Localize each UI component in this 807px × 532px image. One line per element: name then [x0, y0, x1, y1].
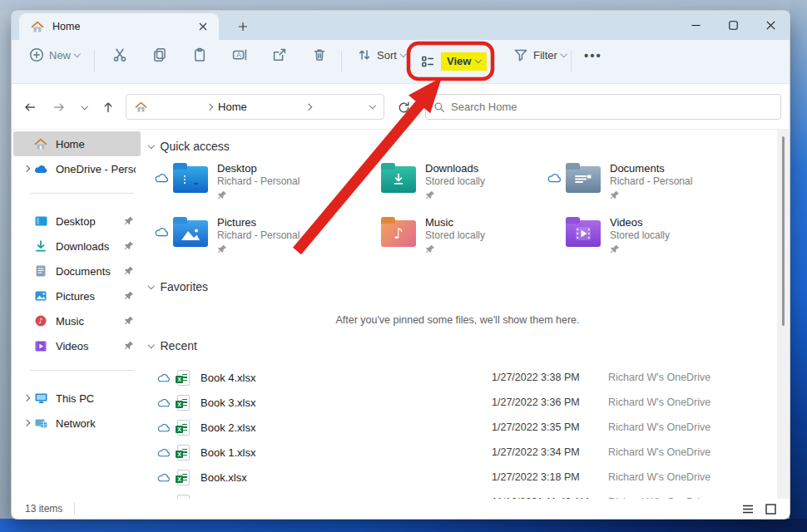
- file-name: Book 3.xlsx: [201, 397, 255, 409]
- forward-button[interactable]: [47, 96, 71, 119]
- section-label: Quick access: [161, 140, 230, 153]
- picture-icon: [33, 291, 48, 301]
- tile-downloads[interactable]: Downloads Stored locally: [362, 161, 557, 200]
- sidebar-item-onedrive[interactable]: OneDrive - Persona: [13, 156, 141, 181]
- search-input[interactable]: [451, 101, 773, 113]
- address-bar[interactable]: Home: [126, 94, 384, 120]
- excel-file-icon: X: [177, 445, 201, 461]
- tile-music[interactable]: ♪ Music Stored locally: [362, 215, 557, 254]
- tile-desktop[interactable]: Desktop Richard - Personal: [154, 161, 349, 200]
- tab-close-button[interactable]: [194, 17, 212, 36]
- file-name: Book 4.xlsx: [201, 372, 255, 384]
- sidebar-item-videos[interactable]: Videos: [13, 333, 141, 358]
- document-icon: [33, 265, 48, 277]
- recent-file-row[interactable]: X Book 3.xlsx 1/27/2022 3:36 PM Richard …: [142, 390, 776, 415]
- collapse-chevron-icon[interactable]: [148, 142, 155, 149]
- sidebar-item-label: Music: [56, 315, 124, 328]
- tile-name: Pictures: [217, 216, 300, 229]
- tab-title: Home: [52, 21, 194, 32]
- chevron-right-icon[interactable]: [305, 104, 312, 111]
- address-dropdown-chevron-icon[interactable]: [369, 102, 376, 109]
- pin-icon: [124, 241, 136, 251]
- excel-file-icon: X: [177, 395, 201, 411]
- new-tab-button[interactable]: [233, 17, 253, 36]
- vertical-scrollbar[interactable]: [777, 130, 790, 499]
- videos-folder-icon: [566, 220, 601, 247]
- recent-file-row[interactable]: X Book 1.xlsx 1/27/2022 3:34 PM Richard …: [142, 440, 776, 465]
- cut-button[interactable]: [105, 40, 135, 70]
- computer-icon: [33, 393, 48, 404]
- favorites-section-header[interactable]: Favorites: [149, 280, 208, 293]
- recent-file-row[interactable]: X Book 2.xlsx 1/27/2022 3:35 PM Richard …: [142, 415, 776, 440]
- filter-icon: [512, 47, 529, 63]
- minimize-button[interactable]: [677, 11, 715, 40]
- sidebar-item-documents[interactable]: Documents: [13, 259, 141, 283]
- pin-icon: [425, 190, 485, 200]
- large-icons-view-icon: [765, 504, 776, 515]
- copy-icon: [151, 47, 168, 63]
- onedrive-cloud-icon: [33, 164, 48, 174]
- rename-button[interactable]: A: [225, 40, 255, 70]
- expand-chevron-icon[interactable]: [20, 166, 33, 171]
- sort-label: Sort: [377, 49, 397, 62]
- collapse-chevron-icon[interactable]: [148, 283, 155, 289]
- scrollbar-thumb[interactable]: [782, 136, 785, 326]
- video-icon: [33, 341, 48, 352]
- toolbar-divider: [341, 51, 342, 72]
- large-icons-view-button[interactable]: [765, 504, 776, 515]
- chevron-right-icon: [205, 104, 212, 111]
- back-button[interactable]: [18, 96, 42, 119]
- share-button[interactable]: [265, 40, 295, 70]
- file-explorer-window: Home New: [11, 10, 790, 520]
- filter-button[interactable]: Filter: [507, 40, 571, 70]
- file-location: Richard W's OneDrive: [608, 397, 710, 408]
- section-label: Favorites: [161, 280, 209, 293]
- expand-chevron-icon[interactable]: [20, 421, 33, 426]
- cut-icon: [111, 47, 128, 63]
- sidebar-item-label: Network: [56, 417, 136, 430]
- paste-button[interactable]: [185, 40, 215, 70]
- sort-button[interactable]: Sort: [351, 40, 410, 70]
- recent-file-row[interactable]: X Book 4.xlsx 1/27/2022 3:38 PM Richard …: [142, 365, 776, 390]
- copy-button[interactable]: [145, 40, 175, 70]
- new-button[interactable]: New: [23, 40, 85, 70]
- sidebar-item-downloads[interactable]: Downloads: [13, 234, 141, 259]
- pin-icon: [610, 190, 692, 200]
- view-button[interactable]: View: [414, 47, 492, 76]
- tile-documents[interactable]: Documents Richard - Personal: [547, 161, 742, 200]
- more-options-button[interactable]: •••: [578, 40, 608, 70]
- recent-locations-button[interactable]: [73, 96, 97, 119]
- expand-chevron-icon[interactable]: [20, 396, 33, 401]
- maximize-button[interactable]: [715, 11, 752, 40]
- toolbar-divider: [94, 51, 95, 72]
- sidebar-item-music[interactable]: ♪ Music: [13, 308, 141, 333]
- tile-videos[interactable]: Videos Stored locally: [547, 215, 742, 254]
- view-icon: [419, 53, 436, 70]
- sidebar-item-desktop[interactable]: Desktop: [13, 209, 141, 234]
- desktop-wallpaper-right: [790, 0, 807, 532]
- tile-subtitle: Stored locally: [425, 229, 485, 242]
- details-view-button[interactable]: [742, 505, 754, 514]
- filter-label: Filter: [533, 49, 557, 62]
- sidebar-item-home[interactable]: Home: [13, 131, 141, 156]
- tile-pictures[interactable]: Pictures Richard - Personal: [154, 215, 349, 254]
- delete-button[interactable]: [304, 40, 334, 70]
- tile-name: Videos: [610, 216, 670, 229]
- up-button[interactable]: [97, 96, 120, 119]
- sidebar-item-pictures[interactable]: Pictures: [13, 283, 141, 308]
- collapse-chevron-icon[interactable]: [148, 342, 155, 348]
- recent-file-row[interactable]: W Banking 11/16/2021 11:49 AM Richard W'…: [142, 490, 776, 499]
- search-box[interactable]: [425, 94, 781, 120]
- pin-icon: [124, 266, 136, 276]
- recent-file-row[interactable]: X Book.xlsx 1/27/2022 3:18 PM Richard W'…: [142, 465, 776, 490]
- close-button[interactable]: [752, 11, 790, 40]
- quick-access-section-header[interactable]: Quick access: [149, 140, 230, 153]
- sidebar-divider: [30, 193, 134, 194]
- sidebar-item-network[interactable]: Network: [13, 411, 141, 436]
- maximize-icon: [729, 21, 738, 30]
- breadcrumb-home[interactable]: Home: [218, 101, 247, 113]
- recent-section-header[interactable]: Recent: [149, 339, 197, 352]
- sidebar-item-this-pc[interactable]: This PC: [13, 386, 141, 411]
- tab-home[interactable]: Home: [19, 13, 219, 40]
- refresh-button[interactable]: [392, 96, 415, 119]
